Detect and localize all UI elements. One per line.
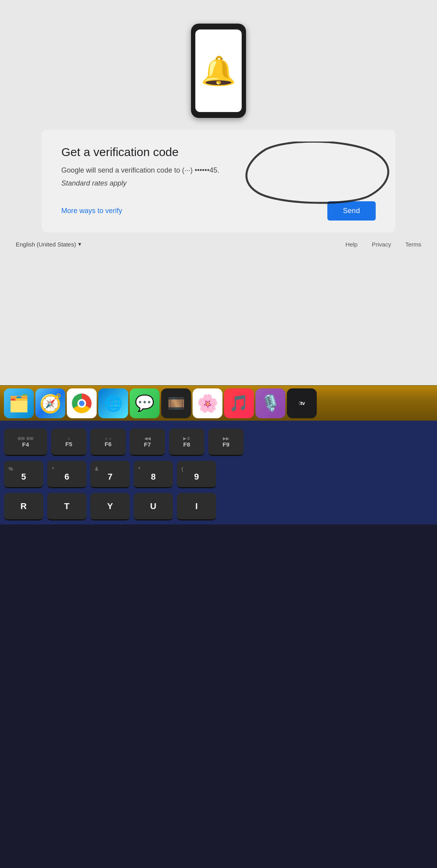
number-key-row: % 5 ^ 6 & 7 * 8 ( 9 bbox=[4, 461, 433, 488]
key-9[interactable]: ( 9 bbox=[177, 461, 216, 488]
dropdown-arrow-icon: ▾ bbox=[78, 241, 81, 248]
key-6[interactable]: ^ 6 bbox=[47, 461, 86, 488]
privacy-link[interactable]: Privacy bbox=[372, 241, 391, 248]
key-5[interactable]: % 5 bbox=[4, 461, 43, 488]
hand-drawn-circle bbox=[242, 142, 391, 204]
key-r[interactable]: R bbox=[4, 493, 43, 520]
dock-podcasts[interactable]: 🎙️ bbox=[255, 388, 285, 418]
key-y[interactable]: Y bbox=[90, 493, 130, 520]
key-f7[interactable]: ◀◀ F7 bbox=[130, 428, 165, 456]
phone-illustration: 🔔 bbox=[191, 24, 246, 118]
phone-body: 🔔 bbox=[191, 24, 246, 118]
dock-photos[interactable]: 🌸 bbox=[193, 388, 222, 418]
key-t[interactable]: T bbox=[47, 493, 86, 520]
help-link[interactable]: Help bbox=[345, 241, 358, 248]
key-f9[interactable]: ▶▶ F9 bbox=[208, 428, 244, 456]
screen-area: 🔔 Get a verification code Google will se… bbox=[0, 0, 437, 385]
language-selector[interactable]: English (United States) ▾ bbox=[16, 241, 81, 248]
dock-music[interactable]: 🎵 bbox=[224, 388, 254, 418]
dock-finder[interactable]: 🗂️ bbox=[4, 388, 34, 418]
dock-edge[interactable]: 🌐 bbox=[98, 388, 128, 418]
phone-screen: 🔔 bbox=[195, 29, 242, 112]
dock-safari[interactable]: 🧭 bbox=[35, 388, 65, 418]
dock-photobooth[interactable]: 🎞️ bbox=[161, 388, 191, 418]
browser-footer: English (United States) ▾ Help Privacy T… bbox=[0, 232, 437, 256]
terms-link[interactable]: Terms bbox=[405, 241, 421, 248]
mac-dock: 🗂️ 🧭 🌐 💬 🎞️ 🌸 🎵 🎙️ tv bbox=[0, 385, 437, 421]
dock-appletv[interactable]: tv bbox=[287, 388, 317, 418]
key-7[interactable]: & 7 bbox=[90, 461, 130, 488]
more-ways-link[interactable]: More ways to verify bbox=[61, 207, 122, 215]
key-f6[interactable]: ☼☼ F6 bbox=[90, 428, 126, 456]
key-i[interactable]: I bbox=[177, 493, 216, 520]
key-u[interactable]: U bbox=[134, 493, 173, 520]
dock-chrome[interactable] bbox=[67, 388, 97, 418]
bell-icon: 🔔 bbox=[201, 54, 236, 88]
footer-links: Help Privacy Terms bbox=[345, 241, 421, 248]
dock-messages[interactable]: 💬 bbox=[130, 388, 160, 418]
key-f8[interactable]: ▶⏸ F8 bbox=[169, 428, 204, 456]
keyboard-area: ⊞⊞ ⊞⊞ F4 ☼ F5 ☼☼ F6 ◀◀ F7 ▶⏸ F8 ▶▶ F9 % … bbox=[0, 421, 437, 524]
key-f5[interactable]: ☼ F5 bbox=[51, 428, 86, 456]
letter-key-row: R T Y U I bbox=[4, 493, 433, 520]
key-f4[interactable]: ⊞⊞ ⊞⊞ F4 bbox=[4, 428, 47, 456]
verification-card: Get a verification code Google will send… bbox=[42, 130, 395, 232]
fn-key-row: ⊞⊞ ⊞⊞ F4 ☼ F5 ☼☼ F6 ◀◀ F7 ▶⏸ F8 ▶▶ F9 bbox=[4, 428, 433, 456]
key-8[interactable]: * 8 bbox=[134, 461, 173, 488]
